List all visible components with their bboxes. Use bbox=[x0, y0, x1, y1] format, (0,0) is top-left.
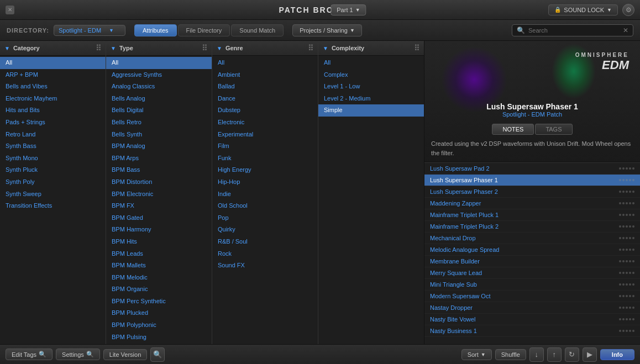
patch-list-item[interactable]: Nastay Dropper bbox=[424, 302, 640, 314]
list-item[interactable]: Bells Retro bbox=[106, 117, 212, 129]
list-item[interactable]: Synth Mono bbox=[0, 152, 106, 165]
patch-list-item[interactable]: Maddening Zapper bbox=[424, 198, 640, 209]
list-item[interactable]: Dubstep bbox=[212, 104, 318, 117]
list-item[interactable]: BPM Harmony bbox=[106, 224, 212, 236]
list-item[interactable]: All bbox=[106, 57, 212, 69]
list-item[interactable]: Synth Pluck bbox=[0, 164, 106, 176]
play-button[interactable]: ▶ bbox=[583, 347, 597, 362]
list-item[interactable]: Sound FX bbox=[212, 260, 318, 272]
settings-circle-button[interactable]: ⚙ bbox=[622, 4, 634, 16]
list-item[interactable]: BPM Organic bbox=[106, 283, 212, 296]
list-item[interactable]: High Energy bbox=[212, 164, 318, 176]
list-item[interactable]: Ballad bbox=[212, 81, 318, 93]
down-arrow-button[interactable]: ↓ bbox=[529, 347, 544, 362]
patch-list-item[interactable]: Membrane Builder bbox=[424, 256, 640, 267]
list-item[interactable]: BPM Analog bbox=[106, 140, 212, 152]
list-item[interactable]: Film bbox=[212, 140, 318, 152]
list-item[interactable]: Synth Sweep bbox=[0, 188, 106, 201]
clear-search-button[interactable]: ✕ bbox=[623, 27, 628, 34]
list-item[interactable]: Experimental bbox=[212, 129, 318, 141]
patch-list-item[interactable]: Nasty Business 1 bbox=[424, 325, 640, 337]
notes-button[interactable]: NOTES bbox=[492, 124, 534, 135]
list-item[interactable]: BPM Electronic bbox=[106, 188, 212, 201]
list-item[interactable]: Dance bbox=[212, 93, 318, 105]
list-item[interactable]: Hits and Bits bbox=[0, 104, 106, 117]
column-options-icon[interactable]: ⠿ bbox=[96, 44, 101, 52]
list-item[interactable]: Hip-Hop bbox=[212, 176, 318, 188]
list-item[interactable]: BPM Bass bbox=[106, 164, 212, 176]
patch-list-item[interactable]: Melodic Analogue Spread bbox=[424, 244, 640, 256]
patch-list-item[interactable]: Lush Supersaw Phaser 2 bbox=[424, 186, 640, 198]
list-item[interactable]: BPM Arps bbox=[106, 152, 212, 165]
lite-version-button[interactable]: Lite Version bbox=[103, 349, 147, 360]
edit-tags-button[interactable]: Edit Tags 🔍 bbox=[6, 349, 53, 360]
list-item[interactable]: BPM Perc Synthetic bbox=[106, 296, 212, 308]
patch-list-item[interactable]: Lush Supersaw Phaser 1 bbox=[424, 175, 640, 186]
list-item[interactable]: BPM Polyphonic bbox=[106, 319, 212, 331]
settings-button[interactable]: Settings 🔍 bbox=[56, 349, 100, 360]
list-item[interactable]: Pads + Strings bbox=[0, 117, 106, 129]
list-item[interactable]: All bbox=[318, 57, 424, 69]
list-item[interactable]: R&B / Soul bbox=[212, 236, 318, 248]
patch-list-item[interactable]: Lush Supersaw Pad 2 bbox=[424, 163, 640, 175]
part-button[interactable]: Part 1 ▼ bbox=[331, 4, 366, 15]
patch-list-item[interactable]: Mainframe Triplet Pluck 2 bbox=[424, 221, 640, 233]
list-item[interactable]: BPM Gated bbox=[106, 212, 212, 224]
tab-attributes[interactable]: Attributes bbox=[134, 24, 176, 36]
patch-list-item[interactable]: Nasty Bite Vowel bbox=[424, 314, 640, 325]
list-item[interactable]: Simple bbox=[318, 104, 424, 117]
list-item[interactable]: BPM FX bbox=[106, 200, 212, 212]
sound-lock-button[interactable]: 🔒 SOUND LOCK ▼ bbox=[548, 4, 618, 15]
list-item[interactable]: Funk bbox=[212, 152, 318, 165]
list-item[interactable]: Synth Bass bbox=[0, 140, 106, 152]
list-item[interactable]: Bells Analog bbox=[106, 93, 212, 105]
shuffle-button[interactable]: Shuffle bbox=[495, 349, 526, 360]
list-item[interactable]: Transition Effects bbox=[0, 200, 106, 212]
column-options-icon[interactable]: ⠿ bbox=[414, 44, 419, 52]
zoom-button[interactable]: 🔍 bbox=[150, 347, 165, 362]
list-item[interactable]: ARP + BPM bbox=[0, 69, 106, 81]
list-item[interactable]: Retro Land bbox=[0, 129, 106, 141]
search-input[interactable] bbox=[528, 27, 620, 34]
patch-list-item[interactable]: Mini Triangle Sub bbox=[424, 279, 640, 291]
refresh-button[interactable]: ↻ bbox=[565, 347, 579, 362]
column-options-icon[interactable]: ⠿ bbox=[202, 44, 207, 52]
list-item[interactable]: Pop bbox=[212, 212, 318, 224]
list-item[interactable]: Rock bbox=[212, 248, 318, 260]
list-item[interactable]: Bells Digital bbox=[106, 104, 212, 117]
list-item[interactable]: Electronic Mayhem bbox=[0, 93, 106, 105]
list-item[interactable]: Bells Synth bbox=[106, 129, 212, 141]
list-item[interactable]: BPM Melodic bbox=[106, 272, 212, 284]
tab-sound-match[interactable]: Sound Match bbox=[231, 24, 284, 36]
list-item[interactable]: Old School bbox=[212, 200, 318, 212]
patch-list-item[interactable]: Merry Square Lead bbox=[424, 267, 640, 279]
list-item[interactable]: BPM Leads bbox=[106, 248, 212, 260]
list-item[interactable]: BPM Retro bbox=[106, 343, 212, 344]
list-item[interactable]: Level 1 - Low bbox=[318, 81, 424, 93]
directory-select[interactable]: Spotlight - EDM ▼ bbox=[54, 25, 125, 36]
list-item[interactable]: Complex bbox=[318, 69, 424, 81]
list-item[interactable]: BPM Plucked bbox=[106, 307, 212, 319]
tags-button[interactable]: TAGS bbox=[535, 124, 572, 135]
list-item[interactable]: Synth Poly bbox=[0, 176, 106, 188]
list-item[interactable]: All bbox=[0, 57, 106, 69]
list-item[interactable]: BPM Mallets bbox=[106, 260, 212, 272]
patch-list-item[interactable]: Modern Supersaw Oct bbox=[424, 291, 640, 302]
list-item[interactable]: BPM Pulsing bbox=[106, 331, 212, 344]
list-item[interactable]: Analog Classics bbox=[106, 81, 212, 93]
list-item[interactable]: Aggressive Synths bbox=[106, 69, 212, 81]
sort-button[interactable]: Sort ▼ bbox=[461, 349, 492, 360]
patch-list-item[interactable]: Mechanical Drop bbox=[424, 233, 640, 244]
list-item[interactable]: Electronic bbox=[212, 117, 318, 129]
list-item[interactable]: BPM Hits bbox=[106, 236, 212, 248]
list-item[interactable]: BPM Distortion bbox=[106, 176, 212, 188]
column-options-icon[interactable]: ⠿ bbox=[308, 44, 313, 52]
info-button[interactable]: Info bbox=[600, 349, 634, 360]
list-item[interactable]: Bells and Vibes bbox=[0, 81, 106, 93]
up-arrow-button[interactable]: ↑ bbox=[547, 347, 562, 362]
patch-list-item[interactable]: Mainframe Triplet Pluck 1 bbox=[424, 209, 640, 221]
projects-sharing-button[interactable]: Projects / Sharing ▼ bbox=[292, 24, 362, 36]
list-item[interactable]: Level 2 - Medium bbox=[318, 93, 424, 105]
list-item[interactable]: Ambient bbox=[212, 69, 318, 81]
list-item[interactable]: All bbox=[212, 57, 318, 69]
